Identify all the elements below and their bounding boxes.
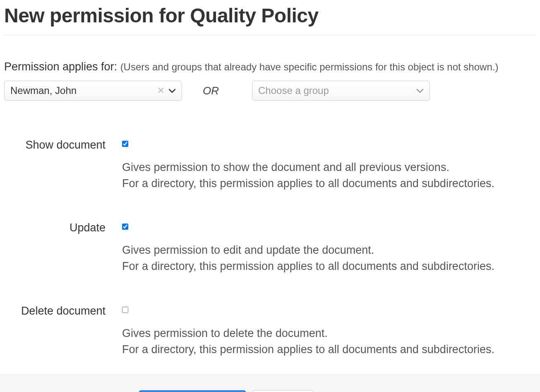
permission-label: Show document (4, 138, 122, 152)
applies-row: Permission applies for: (Users and group… (4, 60, 536, 73)
show-document-checkbox[interactable] (122, 141, 128, 147)
desc-line: For a directory, this permission applies… (122, 176, 536, 192)
applies-label: Permission applies for: (4, 60, 120, 73)
update-checkbox[interactable] (122, 224, 128, 230)
discard-button[interactable]: Discard (252, 390, 314, 392)
chevron-down-icon (416, 88, 424, 93)
or-label: OR (203, 84, 219, 97)
delete-document-checkbox[interactable] (122, 307, 128, 313)
permission-label: Delete document (4, 304, 122, 317)
desc-line: For a directory, this permission applies… (122, 258, 536, 274)
footer-bar: Save permission Discard (0, 374, 540, 392)
desc-line: Gives permission to show the document an… (122, 159, 536, 176)
permission-row-delete: Delete document Gives permission to dele… (4, 304, 536, 358)
divider (4, 35, 536, 36)
permission-label: Update (4, 221, 122, 234)
desc-line: Gives permission to edit and update the … (122, 242, 536, 258)
permission-description: Gives permission to delete the document.… (122, 325, 536, 358)
clear-icon[interactable] (158, 86, 164, 95)
group-select[interactable]: Choose a group (252, 81, 430, 101)
page-title: New permission for Quality Policy (4, 4, 536, 27)
chevron-down-icon (168, 88, 176, 93)
desc-line: For a directory, this permission applies… (122, 341, 536, 358)
permission-description: Gives permission to edit and update the … (122, 242, 536, 274)
desc-line: Gives permission to delete the document. (122, 325, 536, 341)
permission-description: Gives permission to show the document an… (122, 159, 536, 192)
selector-row: Newman, John OR Choose a group (4, 81, 536, 101)
save-button[interactable]: Save permission (139, 390, 246, 392)
user-select-value: Newman, John (10, 85, 158, 96)
permission-row-show: Show document Gives permission to show t… (4, 138, 536, 192)
applies-hint: (Users and groups that already have spec… (120, 61, 499, 72)
user-select[interactable]: Newman, John (4, 81, 182, 101)
group-select-placeholder: Choose a group (258, 85, 416, 96)
permission-row-update: Update Gives permission to edit and upda… (4, 221, 536, 274)
